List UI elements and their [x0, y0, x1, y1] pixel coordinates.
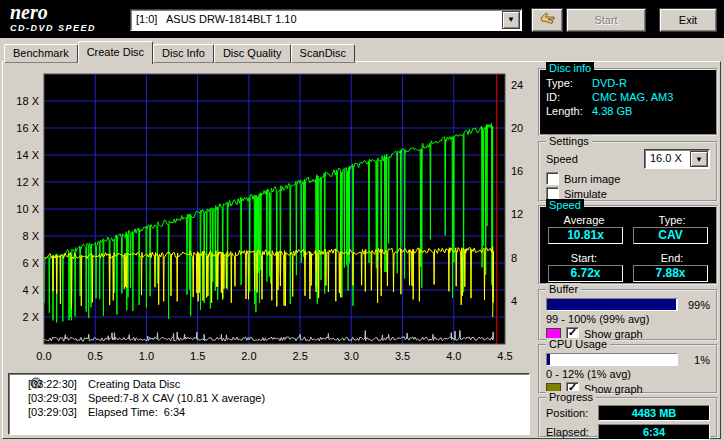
svg-text:3.0: 3.0: [344, 350, 359, 362]
exit-button[interactable]: Exit: [659, 8, 717, 32]
svg-text:2.5: 2.5: [292, 350, 307, 362]
svg-text:10 X: 10 X: [16, 203, 39, 215]
cpu-progressbar-fill: [547, 354, 550, 365]
svg-text:4.0: 4.0: [446, 350, 461, 362]
cpu-percent: 1%: [684, 354, 710, 366]
app-header: nero CD-DVD SPEED [1:0] ASUS DRW-1814BLT…: [0, 0, 724, 38]
svg-text:8 X: 8 X: [22, 230, 39, 242]
tab-strip: Benchmark Create Disc Disc Info Disc Qua…: [4, 41, 355, 64]
speed-chart: 18 X16 X14 X12 X10 X8 X6 X4 X2 X24201612…: [8, 68, 532, 368]
cpu-progressbar: [546, 353, 678, 366]
log-entry-time: [03:22:30]: [28, 378, 88, 390]
tab-benchmark[interactable]: Benchmark: [4, 44, 78, 63]
disc-id-value: CMC MAG. AM3: [592, 91, 673, 103]
speed-type-value: CAV: [633, 227, 708, 244]
burn-image-label: Burn image: [564, 173, 620, 185]
buffer-progressbar-fill: [547, 299, 676, 310]
chevron-down-icon[interactable]: ▼: [690, 151, 708, 167]
speed-select-value: 16.0 X: [650, 152, 682, 164]
svg-text:4.5: 4.5: [497, 350, 512, 362]
cpu-usage-group: CPU Usage 1% 0 - 12% (1% avg) Show graph: [538, 344, 718, 394]
svg-text:1.0: 1.0: [139, 350, 154, 362]
svg-text:4 X: 4 X: [22, 284, 39, 296]
speed-select[interactable]: 16.0 X ▼: [644, 149, 710, 169]
disc-type-value: DVD-R: [592, 77, 627, 89]
svg-text:0.5: 0.5: [88, 350, 103, 362]
buffer-group: Buffer 99% 99 - 100% (99% avg) Show grap…: [538, 289, 718, 341]
disc-info-group: Disc info Type:DVD-R ID:CMC MAG. AM3 Len…: [538, 68, 718, 136]
speed-chart-area: 18 X16 X14 X12 X10 X8 X6 X4 X2 X24201612…: [8, 68, 532, 368]
end-speed-value: 7.88x: [633, 265, 708, 282]
svg-text:1.5: 1.5: [190, 350, 205, 362]
position-label: Position:: [546, 407, 594, 419]
status-log[interactable]: [03:22:30] Creating Data Disc [03:29:03]…: [8, 373, 530, 435]
tab-disc-info[interactable]: Disc Info: [153, 44, 214, 63]
buffer-progressbar: [546, 298, 678, 311]
buffer-range-text: 99 - 100% (99% avg): [540, 312, 716, 326]
hand-icon: [538, 16, 556, 28]
start-speed-label: Start:: [540, 252, 628, 264]
disc-id-label: ID:: [546, 91, 592, 103]
svg-text:8: 8: [511, 252, 517, 264]
svg-text:14 X: 14 X: [16, 149, 39, 161]
log-entry: [03:22:30] Creating Data Disc: [12, 377, 529, 391]
svg-text:3.5: 3.5: [395, 350, 410, 362]
elapsed-value: 6:34: [598, 424, 710, 440]
cpu-range-text: 0 - 12% (1% avg): [540, 367, 716, 381]
log-entry-time: [03:29:03]: [28, 392, 88, 404]
svg-text:4: 4: [511, 295, 517, 307]
disc-icon: [12, 365, 28, 403]
svg-text:18 X: 18 X: [16, 95, 39, 107]
burn-image-checkbox[interactable]: [546, 172, 559, 185]
log-entry-text: Speed:7-8 X CAV (10.81 X average): [88, 392, 265, 404]
svg-text:20: 20: [511, 122, 523, 134]
svg-text:16 X: 16 X: [16, 122, 39, 134]
disc-type-label: Type:: [546, 77, 592, 89]
elapsed-label: Elapsed:: [546, 426, 594, 438]
disc-length-label: Length:: [546, 105, 592, 117]
speed-group-title: Speed: [546, 199, 584, 211]
svg-text:12: 12: [511, 208, 523, 220]
average-label: Average: [540, 214, 628, 226]
settings-title: Settings: [546, 135, 592, 147]
svg-text:24: 24: [511, 79, 523, 91]
chevron-down-icon[interactable]: ▼: [502, 11, 520, 29]
svg-text:12 X: 12 X: [16, 176, 39, 188]
svg-text:0.0: 0.0: [36, 350, 51, 362]
app-logo: nero CD-DVD SPEED: [10, 2, 96, 33]
cpu-usage-title: CPU Usage: [546, 338, 610, 350]
logo-subtitle-text: CD-DVD SPEED: [10, 24, 96, 33]
drive-selector[interactable]: [1:0] ASUS DRW-1814BLT 1.10 ▼: [130, 9, 522, 31]
buffer-title: Buffer: [546, 283, 581, 295]
log-entry-time: [03:29:03]: [28, 406, 88, 418]
logo-nero-text: nero: [10, 2, 96, 22]
end-speed-label: End:: [628, 252, 716, 264]
start-button[interactable]: Start: [566, 8, 646, 32]
svg-text:6 X: 6 X: [22, 257, 39, 269]
log-entry: [03:29:03] Speed:7-8 X CAV (10.81 X aver…: [12, 391, 529, 405]
start-speed-value: 6.72x: [548, 265, 623, 282]
options-hand-button[interactable]: [531, 8, 563, 32]
tab-create-disc[interactable]: Create Disc: [78, 41, 153, 64]
svg-text:2 X: 2 X: [22, 311, 39, 323]
position-value: 4483 MB: [598, 405, 710, 421]
type-label: Type:: [628, 214, 716, 226]
simulate-label: Simulate: [564, 188, 607, 200]
drive-selector-value: [1:0] ASUS DRW-1814BLT 1.10: [136, 13, 297, 25]
svg-text:16: 16: [511, 165, 523, 177]
progress-title: Progress: [546, 391, 596, 403]
buffer-percent: 99%: [684, 299, 710, 311]
disc-length-value: 4.38 GB: [592, 105, 632, 117]
progress-group: Progress Position:4483 MB Elapsed:6:34: [538, 397, 718, 438]
log-entry-text: Elapsed Time: 6:34: [88, 406, 185, 418]
svg-text:2.0: 2.0: [241, 350, 256, 362]
speed-group: Speed AverageType: 10.81xCAV Start:End: …: [538, 205, 718, 285]
settings-group: Settings Speed 16.0 X ▼ Burn image Simul…: [538, 141, 718, 202]
average-speed-value: 10.81x: [548, 227, 623, 244]
log-entry-text: Creating Data Disc: [88, 378, 180, 390]
disc-info-title: Disc info: [546, 62, 594, 74]
tab-scandisc[interactable]: ScanDisc: [291, 44, 355, 63]
tab-disc-quality[interactable]: Disc Quality: [214, 44, 291, 63]
log-entry: [03:29:03] Elapsed Time: 6:34: [12, 405, 529, 419]
speed-setting-label: Speed: [546, 153, 644, 165]
